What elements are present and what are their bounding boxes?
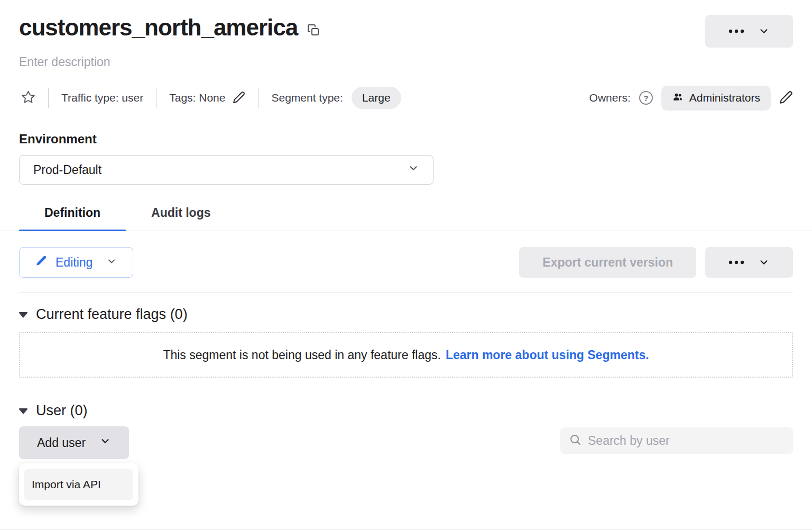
tab-bar: Definition Audit logs xyxy=(0,206,812,231)
page-title: customers_north_america xyxy=(19,15,298,40)
add-user-wrap: Add user Import via API xyxy=(19,426,129,459)
pencil-icon xyxy=(35,255,47,270)
user-section: User (0) Add user Import via API xyxy=(19,402,793,459)
divider xyxy=(48,88,49,108)
tab-audit-logs[interactable]: Audit logs xyxy=(126,206,236,231)
learn-more-link[interactable]: Learn more about using Segments. xyxy=(446,348,649,362)
description-placeholder[interactable]: Enter description xyxy=(19,55,793,69)
divider xyxy=(258,88,259,108)
star-icon xyxy=(21,90,35,106)
add-user-label: Add user xyxy=(37,436,86,450)
owners-value: Administrators xyxy=(689,92,760,104)
definition-toolbar: Editing Export current version xyxy=(19,247,793,278)
divider xyxy=(19,293,793,293)
add-user-dropdown-menu: Import via API xyxy=(19,463,139,506)
chevron-down-icon xyxy=(106,255,117,270)
copy-name-button[interactable] xyxy=(307,23,320,39)
traffic-type-label: Traffic type: user xyxy=(61,92,143,104)
ellipsis-icon xyxy=(728,29,744,33)
chevron-down-icon xyxy=(99,435,111,450)
collapse-caret-icon xyxy=(19,312,27,318)
ellipsis-icon xyxy=(728,260,744,264)
tags-label: Tags: None xyxy=(169,92,225,104)
environment-section: Environment Prod-Default xyxy=(19,132,793,185)
pencil-icon xyxy=(233,91,245,105)
owners-group: Owners: ? Administrators xyxy=(589,86,793,111)
search-icon xyxy=(569,433,582,448)
user-search-box[interactable] xyxy=(560,427,793,454)
tab-definition[interactable]: Definition xyxy=(19,206,126,231)
environment-select[interactable]: Prod-Default xyxy=(19,155,433,185)
segment-detail-page: customers_north_america Enter descriptio… xyxy=(0,0,812,459)
header-overflow-menu-button[interactable] xyxy=(705,15,793,48)
editing-mode-button[interactable]: Editing xyxy=(19,247,133,278)
people-icon xyxy=(672,92,684,105)
toolbar-right-group: Export current version xyxy=(519,247,793,278)
chevron-down-icon xyxy=(758,257,770,268)
user-controls-row: Add user Import via API xyxy=(19,426,793,459)
chevron-down-icon xyxy=(408,162,419,177)
export-current-version-button[interactable]: Export current version xyxy=(519,247,696,278)
environment-selected-value: Prod-Default xyxy=(33,163,102,177)
pencil-icon xyxy=(779,90,793,106)
help-icon[interactable]: ? xyxy=(639,91,653,105)
title-row: customers_north_america xyxy=(19,0,793,48)
edit-owners-button[interactable] xyxy=(779,90,793,106)
empty-state-text: This segment is not being used in any fe… xyxy=(163,348,440,362)
environment-label: Environment xyxy=(19,132,793,147)
user-section-heading[interactable]: User (0) xyxy=(19,402,793,419)
feature-flags-section: Current feature flags (0) This segment i… xyxy=(19,306,793,378)
owners-label: Owners: xyxy=(589,92,631,104)
add-user-button[interactable]: Add user xyxy=(19,426,129,459)
user-search-input[interactable] xyxy=(588,434,785,448)
meta-row: Traffic type: user Tags: None Segment ty… xyxy=(19,83,793,113)
toolbar-overflow-menu-button[interactable] xyxy=(705,247,793,278)
collapse-caret-icon xyxy=(19,408,27,414)
user-section-heading-text: User (0) xyxy=(36,402,88,419)
feature-flags-heading[interactable]: Current feature flags (0) xyxy=(19,306,793,323)
edit-tags-button[interactable] xyxy=(233,91,245,105)
segment-type-label: Segment type: xyxy=(271,92,343,104)
copy-icon xyxy=(307,23,320,39)
owners-pill[interactable]: Administrators xyxy=(661,86,771,111)
chevron-down-icon xyxy=(758,25,770,37)
editing-label: Editing xyxy=(56,255,93,270)
segment-type-badge: Large xyxy=(352,87,401,109)
favorite-star-button[interactable] xyxy=(21,90,35,106)
feature-flags-heading-text: Current feature flags (0) xyxy=(36,306,188,323)
divider xyxy=(156,88,156,108)
feature-flags-empty-state: This segment is not being used in any fe… xyxy=(19,332,793,378)
menu-item-import-via-api[interactable]: Import via API xyxy=(24,469,133,500)
